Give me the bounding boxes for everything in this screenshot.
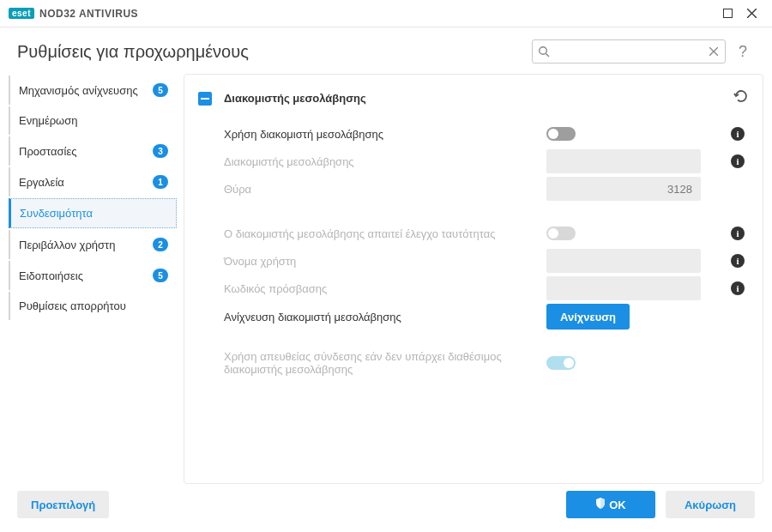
toggle-direct-fallback [546, 356, 576, 370]
sidebar-item-label: Συνδεσιμότητα [20, 207, 167, 220]
svg-point-3 [540, 47, 547, 55]
row-direct-fallback: Χρήση απευθείας σύνδεσης εάν δεν υπάρχει… [198, 348, 749, 378]
sidebar-item-privacy[interactable]: Ρυθμίσεις απορρήτου [9, 292, 177, 320]
search-field[interactable] [532, 39, 726, 63]
password-input [546, 276, 701, 300]
sidebar-item-label: Ενημέρωση [19, 114, 168, 127]
help-icon[interactable]: ? [731, 43, 755, 61]
row-label: Ανίχνευση διακομιστή μεσολάβησης [198, 311, 546, 323]
sidebar-badge: 1 [153, 175, 168, 189]
content-panel: Διακομιστής μεσολάβησης Χρήση διακομιστή… [184, 74, 763, 484]
row-label: Χρήση διακομιστή μεσολάβησης [198, 128, 546, 141]
info-icon[interactable]: i [731, 227, 745, 240]
window-maximize-icon[interactable] [715, 3, 739, 24]
proxy-server-input [546, 149, 701, 173]
sidebar-item-notifications[interactable]: Ειδοποιήσεις 5 [9, 261, 177, 290]
row-auth: Ο διακομιστής μεσολάβησης απαιτεί έλεγχο… [198, 220, 749, 247]
sidebar-badge: 3 [153, 144, 168, 158]
row-label: Ο διακομιστής μεσολάβησης απαιτεί έλεγχο… [198, 227, 546, 240]
svg-rect-7 [201, 98, 209, 100]
section-header: Διακομιστής μεσολάβησης [198, 83, 749, 120]
section-title: Διακομιστής μεσολάβησης [224, 92, 733, 105]
undo-icon[interactable] [733, 88, 749, 108]
port-input [546, 177, 701, 201]
row-username: Όνομα χρήστη i [198, 247, 749, 275]
row-detect: Ανίχνευση διακομιστή μεσολάβησης Ανίχνευ… [198, 302, 749, 331]
sidebar-badge: 5 [153, 269, 168, 282]
svg-line-4 [546, 53, 549, 57]
sidebar-item-label: Περιβάλλον χρήστη [19, 239, 153, 251]
sidebar-item-connectivity[interactable]: Συνδεσιμότητα [9, 198, 177, 228]
search-clear-icon[interactable] [703, 47, 725, 56]
info-icon[interactable]: i [731, 127, 745, 141]
row-password: Κωδικός πρόσβασης i [198, 275, 749, 302]
sidebar: Μηχανισμός ανίχνευσης 5 Ενημέρωση Προστα… [0, 72, 184, 484]
row-use-proxy: Χρήση διακομιστή μεσολάβησης i [198, 120, 749, 148]
brand-logo: eset [9, 8, 34, 19]
toggle-auth [546, 227, 576, 240]
ok-label: OK [609, 499, 626, 511]
collapse-icon[interactable] [198, 92, 212, 106]
product-name: NOD32 ANTIVIRUS [39, 8, 138, 20]
sidebar-item-label: Ρυθμίσεις απορρήτου [19, 299, 168, 312]
sidebar-item-protections[interactable]: Προστασίες 3 [9, 136, 177, 166]
sidebar-item-label: Εργαλεία [19, 176, 153, 189]
info-icon[interactable]: i [731, 281, 745, 295]
sidebar-item-tools[interactable]: Εργαλεία 1 [9, 167, 177, 196]
shield-icon [595, 498, 606, 511]
row-label: Όνομα χρήστη [198, 255, 546, 268]
header: Ρυθμίσεις για προχωρημένους ? [0, 27, 772, 72]
row-label: Διακομιστής μεσολάβησης [198, 155, 546, 168]
sidebar-item-label: Προστασίες [19, 145, 153, 158]
username-input [546, 249, 701, 273]
window-close-icon[interactable] [739, 3, 763, 24]
sidebar-item-label: Μηχανισμός ανίχνευσης [19, 84, 153, 97]
detect-button[interactable]: Ανίχνευση [546, 304, 630, 329]
ok-button[interactable]: OK [566, 491, 655, 518]
row-label: Κωδικός πρόσβασης [198, 282, 546, 295]
sidebar-item-update[interactable]: Ενημέρωση [9, 106, 177, 135]
page-title: Ρυθμίσεις για προχωρημένους [17, 42, 532, 62]
row-label: Θύρα [198, 183, 546, 196]
search-icon [533, 45, 555, 57]
default-button[interactable]: Προεπιλογή [17, 491, 109, 518]
info-icon[interactable]: i [731, 154, 745, 168]
sidebar-item-ui[interactable]: Περιβάλλον χρήστη 2 [9, 230, 177, 259]
main: Μηχανισμός ανίχνευσης 5 Ενημέρωση Προστα… [0, 72, 772, 484]
sidebar-item-detection[interactable]: Μηχανισμός ανίχνευσης 5 [9, 76, 177, 105]
sidebar-badge: 2 [153, 238, 168, 251]
sidebar-item-label: Ειδοποιήσεις [19, 269, 153, 282]
footer: Προεπιλογή OK Ακύρωση [0, 481, 772, 532]
info-icon[interactable]: i [731, 254, 745, 268]
row-proxy-server: Διακομιστής μεσολάβησης i [198, 148, 749, 175]
search-input[interactable] [555, 40, 703, 63]
row-label: Χρήση απευθείας σύνδεσης εάν δεν υπάρχει… [198, 350, 546, 376]
row-port: Θύρα [198, 175, 749, 203]
toggle-use-proxy[interactable] [546, 127, 576, 141]
titlebar: eset NOD32 ANTIVIRUS [0, 0, 772, 27]
cancel-button[interactable]: Ακύρωση [666, 491, 755, 518]
sidebar-badge: 5 [153, 83, 168, 97]
svg-rect-0 [723, 9, 732, 18]
